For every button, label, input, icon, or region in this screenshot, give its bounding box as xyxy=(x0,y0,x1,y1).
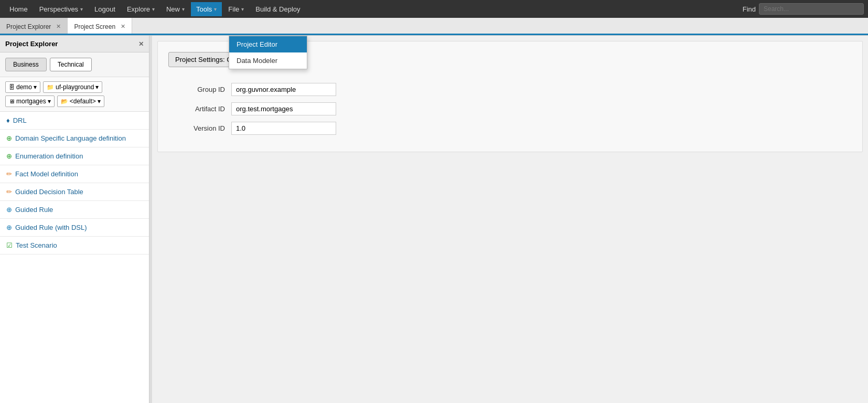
nav-explore[interactable]: Explore ▾ xyxy=(122,2,160,16)
filter-mortgages[interactable]: 🖥 mortgages ▾ xyxy=(5,96,55,107)
tools-menu-project-editor[interactable]: Project Editor xyxy=(229,36,307,52)
business-view-button[interactable]: Business xyxy=(5,58,47,71)
list-item-drl-label: DRL xyxy=(13,116,27,124)
tools-menu-data-modeler[interactable]: Data Modeler xyxy=(229,52,307,69)
find-section: Find xyxy=(743,3,864,15)
tab-project-explorer[interactable]: Project Explorer ✕ xyxy=(0,18,68,35)
sidebar-close-button[interactable]: ✕ xyxy=(138,40,144,48)
nav-logout[interactable]: Logout xyxy=(89,2,121,16)
test-scenario-icon: ☑ xyxy=(6,241,13,249)
form-section: Group ID Artifact ID Version ID xyxy=(168,83,852,135)
tab-project-explorer-label: Project Explorer xyxy=(6,23,51,30)
default-icon: 📂 xyxy=(61,98,68,105)
technical-view-button[interactable]: Technical xyxy=(50,58,92,71)
new-dropdown-arrow: ▾ xyxy=(182,6,185,12)
navbar: Home Perspectives ▾ Logout Explore ▾ New… xyxy=(0,0,868,18)
list-item-drl[interactable]: ♦ DRL xyxy=(0,112,149,130)
tab-project-screen[interactable]: Project Screen ✕ xyxy=(68,18,132,35)
tools-dropdown-menu: Project Editor Data Modeler xyxy=(229,36,307,69)
group-id-input[interactable] xyxy=(231,83,336,96)
filter-dropdowns: 🗄 demo ▾ 📁 uf-playground ▾ 🖥 mortgages ▾… xyxy=(0,77,149,112)
tabbar: Project Explorer ✕ Project Screen ✕ Proj… xyxy=(0,18,868,36)
sidebar-list: ♦ DRL ⊕ Domain Specific Language definit… xyxy=(0,112,149,403)
list-item-dsl-label: Domain Specific Language definition xyxy=(15,134,126,142)
version-id-row: Version ID xyxy=(168,122,852,135)
list-item-guided-rule-dsl[interactable]: ⊕ Guided Rule (with DSL) xyxy=(0,219,149,237)
tools-dropdown-arrow: ▾ xyxy=(214,6,217,12)
filter-demo[interactable]: 🗄 demo ▾ xyxy=(5,81,40,93)
list-item-enum-label: Enumeration definition xyxy=(15,152,83,160)
list-item-guided-rule-dsl-label: Guided Rule (with DSL) xyxy=(15,224,87,231)
tab-underline xyxy=(0,34,868,35)
list-item-fact-model-label: Fact Model definition xyxy=(15,170,78,178)
main-layout: Project Explorer ✕ Business Technical 🗄 … xyxy=(0,36,868,403)
group-id-label: Group ID xyxy=(168,86,231,93)
version-id-input[interactable] xyxy=(231,122,336,135)
sidebar-header: Project Explorer ✕ xyxy=(0,36,149,52)
artifact-id-label: Artifact ID xyxy=(168,105,231,113)
uf-playground-icon: 📁 xyxy=(47,84,54,91)
drl-icon: ♦ xyxy=(6,116,10,124)
guided-rule-dsl-icon: ⊕ xyxy=(6,224,12,231)
search-input[interactable] xyxy=(759,3,864,15)
list-item-dsl[interactable]: ⊕ Domain Specific Language definition xyxy=(0,130,149,147)
default-arrow: ▾ xyxy=(98,98,101,105)
demo-icon: 🗄 xyxy=(9,84,15,90)
explore-dropdown-arrow: ▾ xyxy=(152,6,155,12)
list-item-test-scenario[interactable]: ☑ Test Scenario xyxy=(0,237,149,254)
guided-rule-icon: ⊕ xyxy=(6,206,12,214)
filter-mortgages-label: mortgages xyxy=(16,98,46,105)
dsl-icon: ⊕ xyxy=(6,134,12,142)
nav-perspectives[interactable]: Perspectives ▾ xyxy=(34,2,88,16)
file-dropdown-arrow: ▾ xyxy=(241,6,244,12)
tab-project-explorer-close[interactable]: ✕ xyxy=(56,23,61,30)
filter-default-label: <default> xyxy=(70,98,96,105)
filter-demo-label: demo xyxy=(16,83,32,91)
nav-tools[interactable]: Tools ▾ xyxy=(191,2,222,16)
list-item-test-scenario-label: Test Scenario xyxy=(16,241,57,249)
list-item-guided-rule-label: Guided Rule xyxy=(15,206,53,214)
enum-icon: ⊕ xyxy=(6,152,12,160)
group-id-row: Group ID xyxy=(168,83,852,96)
uf-playground-arrow: ▾ xyxy=(95,83,99,91)
nav-home[interactable]: Home xyxy=(4,2,33,16)
mortgages-arrow: ▾ xyxy=(48,98,51,105)
mortgages-icon: 🖥 xyxy=(9,98,15,104)
tab-project-screen-label: Project Screen xyxy=(74,23,115,30)
filter-default[interactable]: 📂 <default> ▾ xyxy=(57,96,104,107)
nav-file[interactable]: File ▾ xyxy=(223,2,249,16)
filter-uf-playground[interactable]: 📁 uf-playground ▾ xyxy=(43,81,102,93)
list-item-enum[interactable]: ⊕ Enumeration definition xyxy=(0,147,149,165)
artifact-id-input[interactable] xyxy=(231,102,336,115)
fact-model-icon: ✏ xyxy=(6,170,12,178)
list-item-guided-rule[interactable]: ⊕ Guided Rule xyxy=(0,201,149,219)
list-item-fact-model[interactable]: ✏ Fact Model definition xyxy=(0,165,149,183)
content-area: Project Settings: Group artifact version… xyxy=(152,36,868,403)
list-item-guided-decision-table[interactable]: ✏ Guided Decision Table xyxy=(0,183,149,201)
nav-build-deploy[interactable]: Build & Deploy xyxy=(250,2,305,16)
perspectives-dropdown-arrow: ▾ xyxy=(80,6,83,12)
artifact-id-row: Artifact ID xyxy=(168,102,852,115)
guided-decision-table-icon: ✏ xyxy=(6,188,12,196)
version-id-label: Version ID xyxy=(168,124,231,132)
sidebar-title: Project Explorer xyxy=(5,40,58,48)
sidebar: Project Explorer ✕ Business Technical 🗄 … xyxy=(0,36,149,403)
view-buttons: Business Technical xyxy=(0,52,149,77)
find-label: Find xyxy=(743,5,756,13)
nav-new[interactable]: New ▾ xyxy=(161,2,190,16)
demo-arrow: ▾ xyxy=(34,83,37,91)
filter-uf-playground-label: uf-playground xyxy=(56,83,94,91)
tab-project-screen-close[interactable]: ✕ xyxy=(121,23,125,30)
list-item-guided-decision-table-label: Guided Decision Table xyxy=(15,188,83,196)
